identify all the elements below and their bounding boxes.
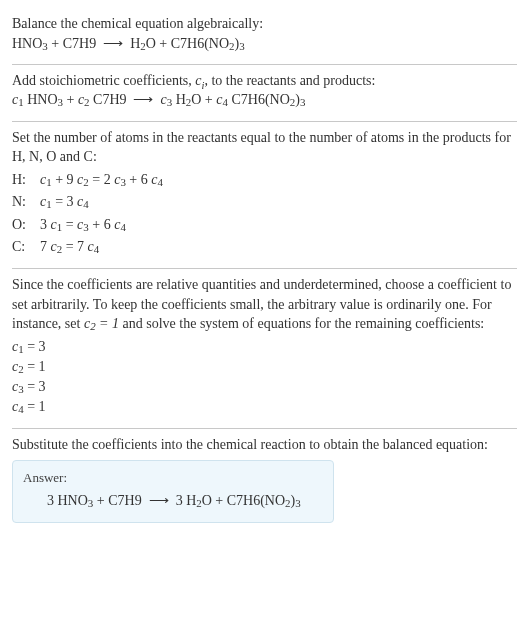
intro-text: Substitute the coefficients into the che… [12,435,517,455]
intro-part-b: and solve the system of equations for th… [119,316,484,331]
answer-box: Answer: 3 HNO3 + C7H9 ⟶ 3 H2O + C7H6(NO2… [12,460,334,522]
section-solve-coefficients: Since the coefficients are relative quan… [12,269,517,428]
coefficient-solution: c3 = 3 [12,377,517,397]
atom-equation-table: H: c1 + 9 c2 = 2 c3 + 6 c4 N: c1 = 3 c4 … [12,169,517,258]
table-row: O: 3 c1 = c3 + 6 c4 [12,214,517,236]
intro-part-a: Add stoichiometric coefficients, [12,73,195,88]
table-row: N: c1 = 3 c4 [12,191,517,213]
element-label: N: [12,192,30,212]
element-equation: c1 = 3 c4 [40,192,89,212]
table-row: H: c1 + 9 c2 = 2 c3 + 6 c4 [12,169,517,191]
coefficient-equation: c1 HNO3 + c2 C7H9 ⟶ c3 H2O + c4 C7H6(NO2… [12,90,517,110]
element-equation: 7 c2 = 7 c4 [40,237,99,257]
element-label: H: [12,170,30,190]
element-equation: 3 c1 = c3 + 6 c4 [40,215,126,235]
coefficient-solution: c4 = 1 [12,397,517,417]
element-equation: c1 + 9 c2 = 2 c3 + 6 c4 [40,170,163,190]
coefficient-solution: c2 = 1 [12,357,517,377]
intro-part-b: , to the reactants and products: [204,73,375,88]
coefficient-solutions: c1 = 3 c2 = 1 c3 = 3 c4 = 1 [12,337,517,418]
section-answer: Substitute the coefficients into the che… [12,429,517,533]
intro-text: Set the number of atoms in the reactants… [12,128,517,167]
set-expression: c2 = 1 [84,316,119,331]
section-balance-intro: Balance the chemical equation algebraica… [12,8,517,64]
intro-text: Balance the chemical equation algebraica… [12,14,517,34]
section-atom-equations: Set the number of atoms in the reactants… [12,122,517,268]
unbalanced-equation: HNO3 + C7H9 ⟶ H2O + C7H6(NO2)3 [12,34,517,54]
balanced-equation: 3 HNO3 + C7H9 ⟶ 3 H2O + C7H6(NO2)3 [23,491,323,511]
intro-text: Since the coefficients are relative quan… [12,275,517,334]
element-label: O: [12,215,30,235]
element-label: C: [12,237,30,257]
coefficient-solution: c1 = 3 [12,337,517,357]
answer-label: Answer: [23,469,323,487]
table-row: C: 7 c2 = 7 c4 [12,236,517,258]
section-add-coefficients: Add stoichiometric coefficients, ci, to … [12,65,517,121]
intro-text: Add stoichiometric coefficients, ci, to … [12,71,517,91]
